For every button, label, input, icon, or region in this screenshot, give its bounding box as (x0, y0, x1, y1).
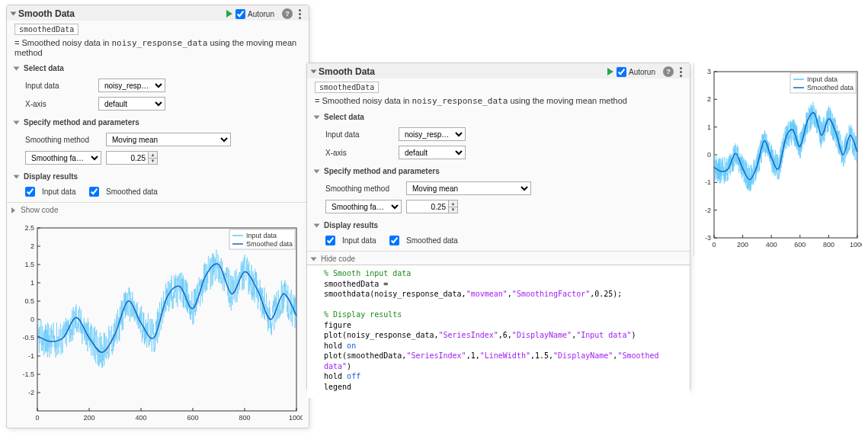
input-data-label: Input data (25, 82, 94, 90)
svg-text:1: 1 (30, 279, 34, 287)
xaxis-label: X-axis (325, 149, 394, 157)
collapse-icon[interactable] (311, 70, 317, 74)
section-display[interactable]: Display results (7, 170, 309, 183)
hide-code-toggle[interactable]: Hide code (307, 251, 690, 265)
show-code-toggle[interactable]: Show code (7, 202, 309, 216)
smoothing-factor-spinner[interactable]: ▲▼ (406, 200, 458, 213)
xaxis-select[interactable]: default (399, 146, 466, 159)
autorun-checkbox[interactable] (617, 67, 626, 77)
smooth-data-task-panel-a: Smooth Data Autorun ? smoothedData = Smo… (6, 5, 309, 428)
disp-smoothed-checkbox[interactable] (89, 187, 99, 197)
svg-text:Smoothed data: Smoothed data (246, 240, 293, 248)
svg-text:1000: 1000 (289, 414, 303, 422)
section-select-data[interactable]: Select data (7, 62, 309, 75)
output-variable[interactable]: smoothedData (315, 82, 379, 93)
description-line: smoothedData = Smoothed noisy data in no… (7, 21, 309, 62)
smoothing-factor-mode-select[interactable]: Smoothing factor (25, 151, 101, 165)
svg-text:0.5: 0.5 (24, 297, 34, 305)
chevron-right-icon (11, 207, 15, 213)
spin-up-icon[interactable]: ▲ (449, 200, 457, 207)
disp-input-checkbox[interactable] (25, 187, 35, 197)
smoothing-factor-input[interactable] (407, 200, 448, 213)
spin-down-icon[interactable]: ▼ (149, 159, 157, 165)
smoothing-factor-mode-select[interactable]: Smoothing factor (325, 200, 402, 213)
svg-text:0: 0 (707, 151, 711, 159)
svg-text:600: 600 (794, 241, 806, 249)
autorun-label[interactable]: Autorun (629, 68, 655, 76)
titlebar: Smooth Data Autorun ? (7, 5, 309, 21)
kebab-menu-icon[interactable] (296, 9, 304, 19)
description-line: smoothedData = Smoothed noisy data in no… (307, 79, 690, 111)
section-method[interactable]: Specify method and parameters (7, 116, 309, 129)
help-icon[interactable]: ? (282, 8, 293, 19)
titlebar: Smooth Data Autorun ? (307, 63, 690, 79)
svg-text:-1.5: -1.5 (22, 370, 34, 378)
svg-text:600: 600 (187, 414, 198, 422)
run-icon[interactable] (607, 68, 613, 75)
spin-down-icon[interactable]: ▼ (449, 207, 457, 213)
input-data-select[interactable]: noisy_respon... (399, 127, 466, 141)
svg-text:400: 400 (135, 414, 146, 422)
svg-text:800: 800 (823, 241, 834, 249)
smoothing-method-select[interactable]: Moving mean (106, 133, 231, 146)
svg-text:-1: -1 (28, 352, 34, 360)
spin-up-icon[interactable]: ▲ (149, 152, 157, 159)
chart-area-a: -2-1.5-1-0.500.511.522.50200400600800100… (7, 216, 309, 431)
svg-text:0: 0 (712, 241, 716, 249)
svg-text:200: 200 (83, 414, 94, 422)
xaxis-label: X-axis (25, 100, 94, 108)
svg-text:-3: -3 (705, 234, 711, 242)
code-section: % Smooth input data smoothedData = smoot… (307, 265, 690, 398)
disp-input-checkbox[interactable] (325, 236, 335, 245)
smoothing-factor-spinner[interactable]: ▲▼ (106, 151, 158, 165)
svg-text:0: 0 (35, 414, 39, 422)
disp-smoothed-checkbox[interactable] (389, 236, 399, 245)
xaxis-select[interactable]: default (98, 97, 165, 111)
svg-text:2: 2 (30, 242, 34, 250)
svg-text:400: 400 (766, 241, 777, 249)
svg-text:-1: -1 (705, 178, 711, 186)
input-data-label: Input data (325, 130, 394, 139)
svg-text:-0.5: -0.5 (22, 334, 34, 342)
svg-text:200: 200 (737, 241, 748, 249)
svg-text:1.5: 1.5 (24, 261, 34, 268)
autorun-label[interactable]: Autorun (248, 10, 274, 18)
smooth-data-task-panel-b: Smooth Data Autorun ? smoothedData = Smo… (306, 63, 690, 390)
svg-text:800: 800 (239, 414, 250, 422)
svg-text:3: 3 (707, 68, 711, 75)
run-icon[interactable] (226, 10, 232, 18)
svg-text:1000: 1000 (850, 241, 862, 249)
section-select-data[interactable]: Select data (307, 111, 690, 123)
svg-text:Smoothed data: Smoothed data (807, 84, 854, 91)
chart-b: -3-2-1012302004006008001000Input dataSmo… (696, 66, 862, 252)
disp-smoothed-label[interactable]: Smoothed data (106, 188, 158, 196)
help-icon[interactable]: ? (663, 66, 674, 77)
section-method[interactable]: Specify method and parameters (307, 165, 690, 178)
chart-area-b: -3-2-1012302004006008001000Input dataSmo… (693, 63, 864, 256)
svg-text:Input data: Input data (246, 232, 277, 239)
svg-text:1: 1 (707, 123, 711, 131)
svg-text:0: 0 (30, 316, 34, 323)
svg-text:-2: -2 (28, 389, 34, 396)
output-variable[interactable]: smoothedData (14, 24, 78, 35)
kebab-menu-icon[interactable] (677, 67, 685, 77)
svg-rect-0 (37, 228, 296, 411)
disp-smoothed-label[interactable]: Smoothed data (406, 236, 458, 245)
panel-title: Smooth Data (18, 8, 75, 19)
chart-a: -2-1.5-1-0.500.511.522.50200400600800100… (11, 220, 303, 426)
smoothing-method-label: Smoothing method (325, 184, 402, 193)
svg-text:2.5: 2.5 (24, 224, 34, 232)
panel-title: Smooth Data (319, 66, 375, 77)
input-data-select[interactable]: noisy_respon... (98, 79, 165, 92)
smoothing-method-label: Smoothing method (25, 136, 101, 144)
disp-input-label[interactable]: Input data (42, 188, 75, 196)
smoothing-factor-input[interactable] (107, 152, 148, 164)
svg-text:2: 2 (707, 95, 711, 103)
section-display[interactable]: Display results (307, 219, 690, 232)
desc-text: = Smoothed noisy data in noisy_response_… (315, 96, 627, 106)
autorun-checkbox[interactable] (235, 9, 245, 19)
smoothing-method-select[interactable]: Moving mean (406, 181, 531, 195)
disp-input-label[interactable]: Input data (342, 236, 376, 245)
chevron-down-icon (311, 257, 317, 261)
collapse-icon[interactable] (11, 12, 17, 16)
